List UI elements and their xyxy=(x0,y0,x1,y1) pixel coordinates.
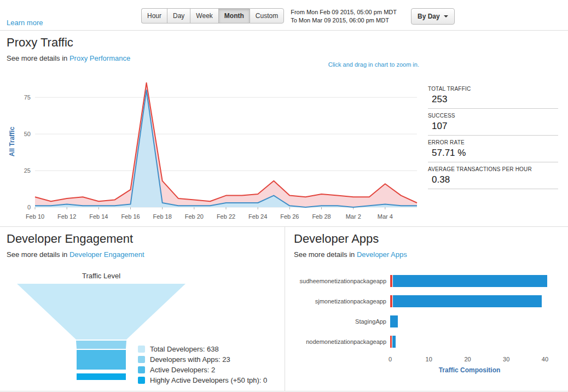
error-bar-segment xyxy=(390,295,392,307)
funnel-segment-2 xyxy=(76,341,126,349)
range-button-month[interactable]: Month xyxy=(218,8,250,24)
stat-success: SUCCESS 107 xyxy=(428,109,558,136)
funnel-title: Traffic Level xyxy=(16,272,186,280)
stat-value: 0.38 xyxy=(428,172,558,187)
date-from-text: From Mon Feb 09 2015, 05:00 pm MDT xyxy=(291,8,397,16)
legend-text: Total Developers: 638 xyxy=(150,345,219,353)
caret-down-icon xyxy=(444,15,448,17)
developer-apps-chart: sudheemonetizationpackageappsjmonetizati… xyxy=(294,275,559,374)
x-axis-tick-label: 20 xyxy=(464,356,471,362)
details-prefix: See more details in xyxy=(294,250,357,259)
svg-text:All Traffic: All Traffic xyxy=(8,126,16,156)
bar-row: nodemonetizationpackageapp xyxy=(294,336,559,348)
x-axis-tick-label: 0 xyxy=(389,356,392,362)
stat-label: TOTAL TRAFFIC xyxy=(428,86,558,92)
svg-text:Mar 4: Mar 4 xyxy=(378,213,393,220)
stat-value: 253 xyxy=(428,92,558,107)
stat-total-traffic: TOTAL TRAFFIC 253 xyxy=(428,82,558,109)
range-button-week[interactable]: Week xyxy=(190,8,218,24)
details-prefix: See more details in xyxy=(7,250,69,259)
proxy-traffic-subtitle: See more details in Proxy Performance xyxy=(7,54,561,62)
developer-apps-link[interactable]: Developer Apps xyxy=(357,250,407,259)
error-bar-segment xyxy=(390,275,392,287)
topbar: Learn more Hour Day Week Month Custom Fr… xyxy=(0,0,568,31)
legend-swatch xyxy=(138,356,145,363)
bar-chart-x-axis: 010203040 xyxy=(390,356,559,364)
bar-row: StagingApp xyxy=(294,315,559,327)
svg-text:Feb 28: Feb 28 xyxy=(312,213,331,220)
developer-engagement-subtitle: See more details in Developer Engagement xyxy=(7,250,278,259)
svg-text:Feb 26: Feb 26 xyxy=(280,213,299,220)
developer-apps-title: Developer Apps xyxy=(294,231,559,247)
legend-swatch xyxy=(138,377,145,384)
bar-category-label: sjmonetizationpackageapp xyxy=(294,298,390,305)
svg-text:Feb 22: Feb 22 xyxy=(217,213,235,220)
legend-text: Developers with Apps: 23 xyxy=(150,355,230,364)
svg-text:Feb 14: Feb 14 xyxy=(89,213,108,220)
developer-engagement-section: Developer Engagement See more details in… xyxy=(0,227,285,391)
stat-label: SUCCESS xyxy=(428,113,558,119)
svg-text:50: 50 xyxy=(24,131,31,137)
x-axis-tick-label: 30 xyxy=(503,356,509,362)
range-button-custom[interactable]: Custom xyxy=(250,8,284,24)
svg-text:Feb 10: Feb 10 xyxy=(26,213,44,220)
traffic-bar[interactable] xyxy=(390,315,398,327)
svg-text:Feb 20: Feb 20 xyxy=(185,213,204,220)
proxy-traffic-section: Proxy Traffic See more details in Proxy … xyxy=(0,31,568,226)
bar-row: sjmonetizationpackageapp xyxy=(294,295,559,307)
x-axis-tick-label: 10 xyxy=(426,356,432,362)
proxy-performance-link[interactable]: Proxy Performance xyxy=(69,54,130,62)
granularity-label: By Day xyxy=(418,13,440,20)
bottom-panels: Developer Engagement See more details in… xyxy=(0,226,568,391)
stat-avg-tph: AVERAGE TRANSACTIONS PER HOUR 0.38 xyxy=(428,162,558,189)
stat-value: 57.71 % xyxy=(428,145,558,160)
svg-text:Feb 16: Feb 16 xyxy=(121,213,140,220)
time-controls: Hour Day Week Month Custom From Mon Feb … xyxy=(141,8,455,25)
bar-rows: sudheemonetizationpackageappsjmonetizati… xyxy=(294,275,559,348)
funnel-legend: Total Developers: 638 Developers with Ap… xyxy=(138,343,267,384)
legend-item-highly-active-developers: Highly Active Developers (+50 tph): 0 xyxy=(138,376,267,384)
success-bar-segment xyxy=(393,295,542,307)
traffic-bar[interactable] xyxy=(390,336,396,348)
developer-apps-subtitle: See more details in Developer Apps xyxy=(294,250,559,259)
x-axis-tick-label: 40 xyxy=(542,356,548,362)
svg-text:75: 75 xyxy=(24,94,31,101)
success-bar-segment xyxy=(390,315,398,327)
learn-more-link[interactable]: Learn more xyxy=(7,19,43,27)
svg-text:Feb 18: Feb 18 xyxy=(153,213,172,220)
error-bar-segment xyxy=(390,336,392,348)
legend-text: Highly Active Developers (+50 tph): 0 xyxy=(150,376,267,384)
time-range-button-group: Hour Day Week Month Custom xyxy=(141,8,284,24)
range-button-day[interactable]: Day xyxy=(167,8,190,24)
traffic-bar[interactable] xyxy=(390,295,542,307)
proxy-traffic-chart[interactable]: 0255075Feb 10Feb 12Feb 14Feb 16Feb 18Feb… xyxy=(7,68,421,224)
bar-row: sudheemonetizationpackageapp xyxy=(294,275,559,287)
traffic-stats-panel: TOTAL TRAFFIC 253 SUCCESS 107 ERROR RATE… xyxy=(428,82,558,224)
range-button-hour[interactable]: Hour xyxy=(141,8,167,24)
bar-category-label: sudheemonetizationpackageapp xyxy=(294,278,390,284)
legend-swatch xyxy=(138,346,145,353)
bar-chart-x-axis-label: Traffic Composition xyxy=(390,366,549,374)
legend-swatch xyxy=(138,366,145,373)
date-to-text: To Mon Mar 09 2015, 06:00 pm MDT xyxy=(291,16,397,25)
svg-text:0: 0 xyxy=(27,204,31,210)
proxy-traffic-title: Proxy Traffic xyxy=(7,35,561,50)
stat-label: ERROR RATE xyxy=(428,139,558,145)
granularity-dropdown-button[interactable]: By Day xyxy=(411,8,455,25)
funnel-segment-4 xyxy=(77,373,126,380)
stat-error-rate: ERROR RATE 57.71 % xyxy=(428,136,558,162)
legend-text: Active Developers: 2 xyxy=(150,366,215,374)
zoom-hint-text: Click and drag in chart to zoom in. xyxy=(328,61,419,68)
bar-category-label: StagingApp xyxy=(294,318,390,325)
legend-item-total-developers: Total Developers: 638 xyxy=(138,345,267,353)
traffic-bar[interactable] xyxy=(390,275,547,287)
funnel-segment-1 xyxy=(17,284,186,340)
bar-category-label: nodemonetizationpackageapp xyxy=(294,338,390,345)
developer-apps-section: Developer Apps See more details in Devel… xyxy=(285,227,568,391)
stat-value: 107 xyxy=(428,119,558,133)
legend-item-developers-with-apps: Developers with Apps: 23 xyxy=(138,355,267,364)
developer-engagement-link[interactable]: Developer Engagement xyxy=(69,250,144,259)
success-bar-segment xyxy=(393,275,548,287)
date-range-display: From Mon Feb 09 2015, 05:00 pm MDT To Mo… xyxy=(291,8,397,25)
svg-text:Mar 2: Mar 2 xyxy=(346,213,361,220)
